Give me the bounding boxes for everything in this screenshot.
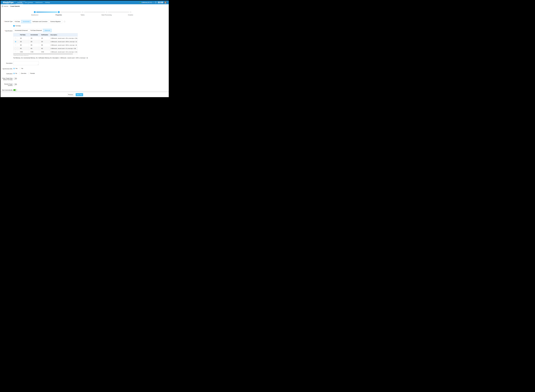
region-version-selector[interactable]: California (v0.3.0) [142, 2, 152, 3]
page-title: Create DataJob [10, 5, 20, 7]
cell-full-data: 1G [18, 37, 29, 40]
table-row: 0.5G 0.5G 0.5G 1 KB/record , record coun… [13, 50, 78, 54]
row-radio-selected[interactable] [15, 41, 16, 42]
datajob-type-option-verification-and-correction[interactable]: Verification and Correction [31, 20, 49, 23]
row-radio[interactable] [15, 44, 16, 46]
avatar-person-icon [164, 1, 167, 4]
verification-label: Verification [0, 73, 13, 75]
stepper-connector [84, 12, 105, 13]
help-icon[interactable]: ? [155, 2, 157, 3]
description-label: Description [0, 63, 13, 64]
cell-description: 1 KB/record , record count < 200 m, incr… [50, 40, 78, 43]
radio[interactable] [19, 73, 20, 74]
step-label-tables: Tables [73, 14, 92, 16]
next-step-button[interactable]: Next Step [76, 93, 83, 96]
stepper-connector [60, 12, 81, 13]
cell-full-data: 4G [18, 47, 29, 50]
cell-description: 1 KB/record , record count < 500 m, incr… [50, 43, 78, 47]
step-circle-datasource[interactable] [34, 11, 36, 13]
step-label-data-processing: Data Processing [97, 14, 116, 16]
previous-button[interactable]: Previous [67, 93, 74, 96]
nav-tab-sync-settings[interactable]: Sync Settings [25, 0, 33, 4]
table-row: 4G 4G 4G 1 KB/record , record count < 2 … [13, 47, 78, 50]
wizard-footer: Previous Next Step [0, 92, 169, 97]
cell-verification: 3G [39, 43, 50, 47]
nav-tab-settings[interactable]: Settings [45, 0, 50, 4]
rebuild-target-schema-toggle[interactable] [13, 84, 17, 85]
radio-option-no[interactable]: No [19, 68, 23, 69]
breadcrumb-separator: / [9, 5, 10, 7]
synchronize-ddl-radio-group: Yes No [13, 68, 25, 69]
stepper-connector-done [36, 12, 57, 13]
stepper-connector [108, 12, 129, 13]
cell-incremental: 2G [29, 40, 39, 43]
cell-full-data: 3G [18, 43, 29, 47]
screenshot-frame: BladePipe DataJob Sync Settings DataSour… [0, 0, 169, 98]
datajob-type-option-incremental[interactable]: Incremental [21, 20, 31, 23]
app-logo: BladePipe [3, 1, 14, 4]
radio-option-no[interactable]: No [13, 73, 17, 74]
description-textarea[interactable] [13, 61, 39, 65]
cell-full-data: 2G [18, 40, 29, 43]
table-row-selected: 2G 2G 2G 1 KB/record , record count < 20… [13, 40, 78, 43]
datajob-type-help-icon[interactable]: ? [64, 21, 65, 23]
datatask-runtime-memory-note: *DataTask Runtime Memory [13, 55, 29, 56]
table-header-incremental: Incremental [29, 33, 39, 37]
spec-option-full-data-enhanced[interactable]: Full Data Enhanced [29, 29, 43, 32]
step-circle-data-processing[interactable]: 4 [106, 11, 108, 13]
table-row: 3G 3G 3G 1 KB/record , record count < 50… [13, 43, 78, 47]
specification-label: *Specification [0, 30, 13, 32]
spec-option-incremental-enhanced[interactable]: Incremental Enhanced [13, 29, 29, 32]
top-nav-bar: BladePipe DataJob Sync Settings DataSour… [0, 0, 169, 4]
nav-tab-datasource[interactable]: DataSource [35, 0, 43, 4]
row-radio[interactable] [15, 37, 16, 39]
radio-option-yes[interactable]: Yes [13, 68, 18, 69]
table-row: 1G 1G 1G 1 KB/record , record count < 20… [13, 37, 78, 40]
selected-spec-summary: Full Memory: 2G, Incremental Memory: 2G,… [13, 57, 88, 59]
full-data-checkbox[interactable] [13, 25, 15, 27]
cell-incremental: 4G [29, 47, 39, 50]
table-header-full-data: Full Data [18, 33, 29, 37]
radio[interactable] [28, 73, 30, 74]
description-textarea-wrap [13, 61, 39, 65]
table-header-row: Full Data Incremental Verification Descr… [13, 33, 78, 37]
username-blurred [158, 2, 163, 3]
radio-selected[interactable] [13, 73, 15, 74]
table-header-description: Description [50, 33, 78, 37]
table-header-radio-col [13, 33, 18, 37]
step-circle-creation[interactable]: 5 [129, 11, 132, 13]
datajob-type-option-schema-migration[interactable]: Schema Migration [49, 20, 62, 23]
avatar[interactable] [164, 1, 167, 4]
cell-description: 1 KB/record , record count < 10 m, incre… [50, 50, 78, 54]
step-circle-tables[interactable]: 3 [82, 11, 84, 13]
cell-verification: 0.5G [39, 50, 50, 54]
main-nav: DataJob Sync Settings DataSource Setting… [17, 0, 50, 4]
cell-verification: 2G [39, 40, 50, 43]
step-label-creation: Creation [121, 14, 140, 16]
spec-option-balanced[interactable]: Balanced [43, 29, 52, 32]
row-radio[interactable] [15, 48, 16, 49]
row-radio[interactable] [15, 51, 16, 53]
datajob-type-option-full-data[interactable]: Full Data [13, 20, 21, 23]
radio[interactable] [19, 68, 21, 69]
chevron-down-icon[interactable] [153, 2, 153, 3]
cell-verification: 4G [39, 47, 50, 50]
radio-selected[interactable] [13, 68, 15, 69]
verification-radio-group: No One-time Periodic [13, 73, 37, 74]
scrollbar-thumb[interactable] [13, 54, 73, 54]
check-icon [34, 12, 35, 12]
app-window: BladePipe DataJob Sync Settings DataSour… [0, 0, 169, 97]
clean-target-data-toggle[interactable] [13, 78, 17, 79]
cell-verification: 1G [39, 37, 50, 40]
radio-option-one-time[interactable]: One-time [19, 73, 26, 74]
datajob-type-label: *DataJob Type [0, 21, 13, 22]
clean-target-data-label: Clean Target DataBefore Full Data [0, 78, 13, 80]
breadcrumb-accent-bar [2, 5, 2, 7]
nav-tab-datajob[interactable]: DataJob [17, 0, 22, 4]
breadcrumb-parent-link[interactable]: DataJob [3, 5, 8, 7]
table-horizontal-scrollbar [13, 54, 78, 54]
radio-option-periodic[interactable]: Periodic [28, 73, 35, 74]
breadcrumb: DataJob / Create DataJob [0, 4, 169, 8]
step-label-properties: Properties [50, 14, 68, 16]
step-circle-properties[interactable]: 2 [58, 11, 60, 13]
